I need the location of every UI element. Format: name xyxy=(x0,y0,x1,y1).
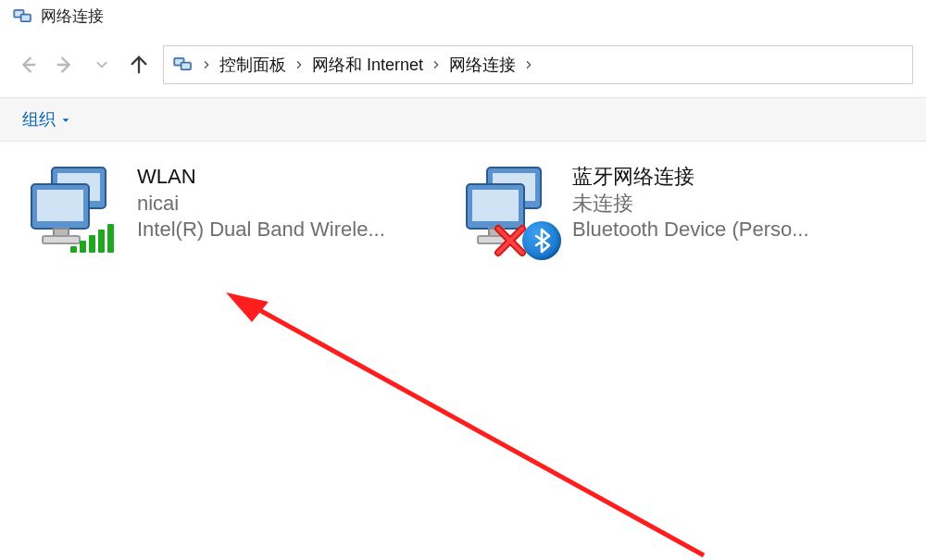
connection-item-wlan[interactable]: WLAN nicai Intel(R) Dual Band Wirele... xyxy=(19,158,426,262)
organize-menu-button[interactable]: 组织 xyxy=(15,103,78,136)
breadcrumb-item[interactable]: 网络和 Internet xyxy=(307,50,429,80)
chevron-down-icon xyxy=(95,58,108,71)
network-adapter-icon xyxy=(24,164,120,256)
svg-rect-12 xyxy=(54,229,69,236)
chevron-right-icon[interactable] xyxy=(199,58,214,71)
connection-texts: 蓝牙网络连接 未连接 Bluetooth Device (Perso... xyxy=(572,164,809,243)
nav-up-button[interactable] xyxy=(126,52,152,78)
breadcrumb-item[interactable]: 网络连接 xyxy=(444,50,521,80)
content-area: WLAN nicai Intel(R) Dual Band Wirele... xyxy=(0,142,926,279)
wifi-signal-icon xyxy=(70,225,117,253)
network-adapter-icon xyxy=(459,164,556,256)
nav-back-button[interactable] xyxy=(15,52,41,78)
nav-forward-button[interactable] xyxy=(52,52,78,78)
svg-rect-3 xyxy=(22,15,30,20)
network-connections-icon xyxy=(171,55,195,75)
connection-status: nicai xyxy=(137,191,385,218)
svg-rect-7 xyxy=(182,64,190,69)
chevron-right-icon[interactable] xyxy=(521,58,536,71)
connection-title: WLAN xyxy=(137,164,385,191)
arrow-right-icon xyxy=(55,55,75,75)
connection-title: 蓝牙网络连接 xyxy=(572,164,809,191)
address-bar[interactable]: 控制面板 网络和 Internet 网络连接 xyxy=(163,45,913,84)
organize-label: 组织 xyxy=(22,108,56,131)
bluetooth-icon xyxy=(522,221,561,260)
svg-rect-11 xyxy=(37,190,83,221)
connection-texts: WLAN nicai Intel(R) Dual Band Wirele... xyxy=(137,164,385,243)
arrow-left-icon xyxy=(18,55,38,75)
command-bar: 组织 xyxy=(0,97,926,142)
connection-item-bluetooth[interactable]: 蓝牙网络连接 未连接 Bluetooth Device (Perso... xyxy=(454,158,861,262)
navigation-bar: 控制面板 网络和 Internet 网络连接 xyxy=(0,34,926,97)
window-title: 网络连接 xyxy=(41,6,104,27)
connection-device: Intel(R) Dual Band Wirele... xyxy=(137,217,385,243)
connection-device: Bluetooth Device (Perso... xyxy=(572,217,809,243)
chevron-right-icon[interactable] xyxy=(292,58,307,71)
caret-down-icon xyxy=(61,110,70,130)
svg-marker-21 xyxy=(226,292,269,322)
connection-status: 未连接 xyxy=(572,191,809,218)
arrow-up-icon xyxy=(129,55,149,75)
window-titlebar: 网络连接 xyxy=(0,0,926,34)
svg-rect-17 xyxy=(472,190,519,221)
svg-line-20 xyxy=(244,302,704,555)
connections-list: WLAN nicai Intel(R) Dual Band Wirele... xyxy=(19,158,907,262)
network-connections-icon xyxy=(13,6,33,27)
chevron-right-icon[interactable] xyxy=(429,58,444,71)
breadcrumb-item[interactable]: 控制面板 xyxy=(214,50,292,80)
nav-recent-button[interactable] xyxy=(89,52,115,78)
